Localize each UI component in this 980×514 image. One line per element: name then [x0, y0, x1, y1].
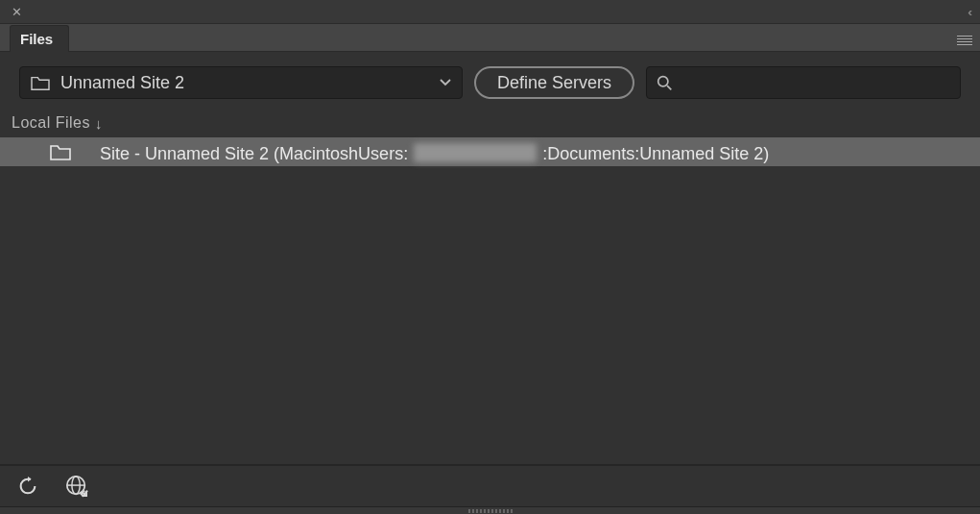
file-list-empty-area: [0, 166, 980, 454]
controls-row: Unnamed Site 2 Define Servers: [0, 52, 980, 109]
panel-menu-icon[interactable]: [955, 30, 974, 51]
file-list: Site - Unnamed Site 2 (MacintoshUsers: :…: [0, 137, 980, 464]
svg-point-0: [658, 76, 668, 86]
site-dropdown[interactable]: Unnamed Site 2: [19, 66, 463, 99]
refresh-button[interactable]: [17, 476, 38, 497]
file-row-prefix: Site - Unnamed Site 2 (MacintoshUsers:: [100, 144, 408, 164]
search-icon: [657, 75, 673, 91]
globe-icon: [65, 475, 88, 498]
define-servers-label: Define Servers: [497, 73, 611, 93]
tab-label: Files: [20, 31, 53, 47]
footer-bar: [0, 466, 980, 506]
sort-down-icon: ↓: [95, 115, 103, 132]
folder-icon: [48, 142, 73, 161]
publish-button[interactable]: [65, 475, 88, 498]
search-field[interactable]: [681, 74, 950, 91]
file-row-suffix: :Documents:Unnamed Site 2): [542, 144, 769, 164]
search-input[interactable]: [646, 66, 961, 99]
chevron-down-icon: [439, 78, 452, 87]
collapse-icon[interactable]: ‹‹: [964, 5, 972, 19]
redacted-username: [414, 143, 537, 162]
folder-icon: [30, 74, 51, 91]
file-row-label: Site - Unnamed Site 2 (MacintoshUsers: :…: [100, 140, 769, 164]
column-header-local-files[interactable]: Local Files ↓: [0, 109, 980, 137]
panel-header: ✕ ‹‹: [0, 0, 980, 24]
refresh-icon: [17, 476, 38, 497]
column-header-label: Local Files: [12, 114, 90, 132]
close-icon[interactable]: ✕: [8, 5, 26, 19]
site-dropdown-label: Unnamed Site 2: [60, 73, 439, 93]
define-servers-button[interactable]: Define Servers: [474, 66, 634, 99]
resize-grip[interactable]: [0, 506, 980, 514]
svg-line-1: [667, 86, 671, 89]
tab-bar: Files: [0, 24, 980, 52]
tab-files[interactable]: Files: [10, 25, 69, 52]
file-row-site-root[interactable]: Site - Unnamed Site 2 (MacintoshUsers: :…: [0, 137, 980, 166]
